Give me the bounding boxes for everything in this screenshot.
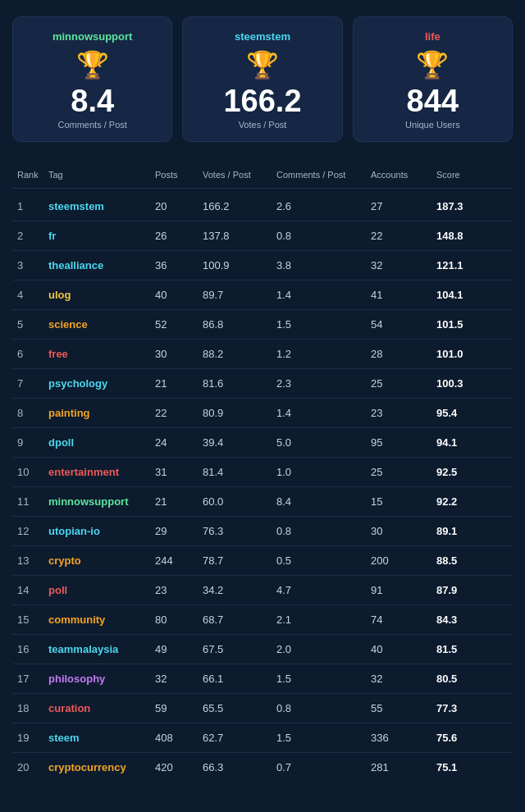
table-row: 20cryptocurrency42066.30.728175.1 xyxy=(12,753,513,782)
table-row: 3thealliance36100.93.832121.1 xyxy=(12,251,513,281)
th-score: Score xyxy=(436,170,494,180)
th-posts: Posts xyxy=(155,170,203,180)
score-cell: 187.3 xyxy=(436,200,494,212)
comments-cell: 2.1 xyxy=(276,614,371,626)
trophy-icon-2: 🏆 xyxy=(362,49,504,80)
posts-cell: 21 xyxy=(155,495,203,508)
tag-cell: painting xyxy=(48,407,155,419)
comments-cell: 2.6 xyxy=(276,200,371,212)
comments-cell: 3.8 xyxy=(276,259,371,271)
tag-cell: fr xyxy=(48,230,155,242)
comments-cell: 0.8 xyxy=(276,525,371,537)
accounts-cell: 32 xyxy=(371,673,436,685)
votes-cell: 86.8 xyxy=(203,318,276,331)
table-row: 2fr26137.80.822148.8 xyxy=(12,221,513,251)
posts-cell: 31 xyxy=(155,466,203,478)
card-title-0: minnowsupport xyxy=(21,30,163,43)
votes-cell: 88.2 xyxy=(203,348,276,360)
tag-cell: philosophy xyxy=(48,673,155,685)
rank-cell: 3 xyxy=(17,259,48,271)
score-cell: 92.5 xyxy=(436,466,494,478)
score-cell: 84.3 xyxy=(436,614,494,626)
accounts-cell: 28 xyxy=(371,348,436,360)
comments-cell: 2.3 xyxy=(276,377,371,390)
card-subtitle-1: Votes / Post xyxy=(191,120,333,130)
votes-cell: 65.5 xyxy=(203,702,276,714)
posts-cell: 20 xyxy=(155,200,203,212)
votes-cell: 39.4 xyxy=(203,436,276,449)
score-cell: 95.4 xyxy=(436,407,494,419)
rank-cell: 11 xyxy=(17,495,48,508)
th-votes---post: Votes / Post xyxy=(203,170,276,180)
score-cell: 75.1 xyxy=(436,761,494,773)
comments-cell: 0.8 xyxy=(276,702,371,714)
score-cell: 101.0 xyxy=(436,348,494,360)
card-1: steemstem🏆166.2Votes / Post xyxy=(182,16,342,142)
posts-cell: 23 xyxy=(155,584,203,596)
score-cell: 80.5 xyxy=(436,673,494,685)
posts-cell: 80 xyxy=(155,614,203,626)
score-cell: 101.5 xyxy=(436,318,494,331)
accounts-cell: 91 xyxy=(371,584,436,596)
accounts-cell: 27 xyxy=(371,200,436,212)
card-0: minnowsupport🏆8.4Comments / Post xyxy=(12,16,172,142)
votes-cell: 66.1 xyxy=(203,673,276,685)
card-value-2: 844 xyxy=(362,85,504,116)
tag-cell: steemstem xyxy=(48,200,155,212)
posts-cell: 29 xyxy=(155,525,203,537)
tag-cell: thealliance xyxy=(48,259,155,271)
rank-cell: 2 xyxy=(17,230,48,242)
table-row: 1steemstem20166.22.627187.3 xyxy=(12,192,513,221)
accounts-cell: 336 xyxy=(371,732,436,744)
posts-cell: 22 xyxy=(155,407,203,419)
comments-cell: 8.4 xyxy=(276,495,371,508)
tag-cell: teammalaysia xyxy=(48,643,155,655)
accounts-cell: 55 xyxy=(371,702,436,714)
posts-cell: 49 xyxy=(155,643,203,655)
votes-cell: 137.8 xyxy=(203,230,276,242)
table-row: 18curation5965.50.85577.3 xyxy=(12,694,513,723)
card-title-2: life xyxy=(362,30,504,43)
votes-cell: 80.9 xyxy=(203,407,276,419)
score-cell: 148.8 xyxy=(436,230,494,242)
rank-cell: 4 xyxy=(17,289,48,301)
rank-cell: 20 xyxy=(17,761,48,773)
tag-cell: ulog xyxy=(48,289,155,301)
tag-cell: dpoll xyxy=(48,436,155,449)
card-2: life🏆844Unique Users xyxy=(353,16,513,142)
table-row: 4ulog4089.71.441104.1 xyxy=(12,281,513,310)
tag-cell: crypto xyxy=(48,554,155,567)
votes-cell: 60.0 xyxy=(203,495,276,508)
rank-cell: 18 xyxy=(17,702,48,714)
th-comments---post: Comments / Post xyxy=(276,170,371,180)
rank-cell: 12 xyxy=(17,525,48,537)
accounts-cell: 54 xyxy=(371,318,436,331)
votes-cell: 67.5 xyxy=(203,643,276,655)
tag-cell: curation xyxy=(48,702,155,714)
posts-cell: 408 xyxy=(155,732,203,744)
comments-cell: 1.5 xyxy=(276,318,371,331)
top-cards-section: minnowsupport🏆8.4Comments / Poststeemste… xyxy=(12,16,513,142)
tag-cell: science xyxy=(48,318,155,331)
posts-cell: 30 xyxy=(155,348,203,360)
ranking-table: RankTagPostsVotes / PostComments / PostA… xyxy=(12,165,513,782)
accounts-cell: 41 xyxy=(371,289,436,301)
score-cell: 94.1 xyxy=(436,436,494,449)
table-row: 15community8068.72.17484.3 xyxy=(12,605,513,635)
posts-cell: 32 xyxy=(155,673,203,685)
table-row: 19steem40862.71.533675.6 xyxy=(12,723,513,753)
comments-cell: 2.0 xyxy=(276,643,371,655)
comments-cell: 1.5 xyxy=(276,732,371,744)
card-title-1: steemstem xyxy=(191,30,333,43)
comments-cell: 1.4 xyxy=(276,289,371,301)
votes-cell: 89.7 xyxy=(203,289,276,301)
posts-cell: 26 xyxy=(155,230,203,242)
accounts-cell: 95 xyxy=(371,436,436,449)
rank-cell: 10 xyxy=(17,466,48,478)
tag-cell: free xyxy=(48,348,155,360)
posts-cell: 36 xyxy=(155,259,203,271)
comments-cell: 4.7 xyxy=(276,584,371,596)
votes-cell: 81.4 xyxy=(203,466,276,478)
accounts-cell: 40 xyxy=(371,643,436,655)
rank-cell: 16 xyxy=(17,643,48,655)
